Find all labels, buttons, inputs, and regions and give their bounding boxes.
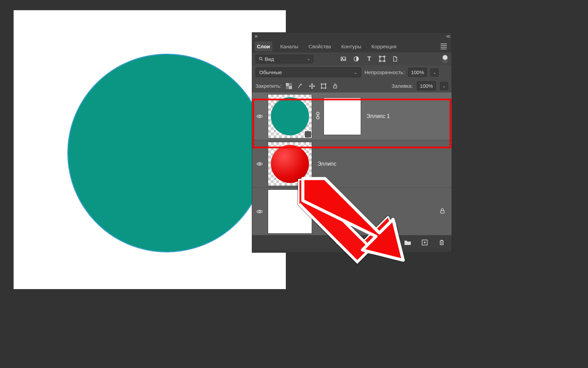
panel-titlebar: ✕ << xyxy=(252,33,452,40)
layer-row-ellipse[interactable]: Эллипс xyxy=(252,140,452,188)
chevron-down-icon: ⌄ xyxy=(354,70,357,75)
chevron-down-icon: ⌄ xyxy=(307,56,310,61)
lock-fill-row: Закрепить: Заливка: 100% ⌄ xyxy=(252,79,452,93)
link-layers-icon[interactable] xyxy=(336,239,343,246)
tab-properties[interactable]: Свойства xyxy=(307,41,333,51)
lock-artboard-icon[interactable] xyxy=(320,83,327,89)
layer-row-ellipse-1[interactable]: Эллипс 1 xyxy=(252,93,452,140)
fill-stepper[interactable]: ⌄ xyxy=(440,82,448,90)
blend-opacity-row: Обычные ⌄ Непрозрачность: 100% ⌄ xyxy=(252,65,452,79)
layers-list: Эллипс 1 Эллипс Фон xyxy=(252,93,452,235)
svg-rect-29 xyxy=(441,211,444,213)
layer-lock-icon[interactable] xyxy=(439,208,445,215)
delete-layer-icon[interactable] xyxy=(438,239,445,246)
layer-name[interactable]: Эллипс 1 xyxy=(366,113,390,119)
blend-mode-dropdown[interactable]: Обычные ⌄ xyxy=(256,67,361,77)
svg-line-1 xyxy=(262,60,263,61)
visibility-toggle[interactable] xyxy=(255,113,264,120)
filter-smartobject-icon[interactable] xyxy=(392,55,398,62)
svg-rect-2 xyxy=(341,57,346,61)
layer-thumbnail[interactable] xyxy=(268,142,312,186)
filter-pixel-icon[interactable] xyxy=(340,55,347,62)
fill-label: Заливка: xyxy=(392,83,413,89)
eye-icon xyxy=(256,113,263,120)
svg-rect-7 xyxy=(384,56,385,57)
svg-point-28 xyxy=(259,211,261,212)
tab-channels[interactable]: Каналы xyxy=(278,41,300,51)
lock-transparent-icon[interactable] xyxy=(285,83,292,89)
new-layer-icon[interactable] xyxy=(421,239,428,246)
filter-adjustment-icon[interactable] xyxy=(353,55,360,62)
svg-point-23 xyxy=(259,115,261,117)
layer-thumbnail[interactable] xyxy=(268,189,312,234)
lock-icons xyxy=(285,83,339,89)
layer-thumbnail[interactable] xyxy=(268,94,312,138)
opacity-stepper[interactable]: ⌄ xyxy=(430,68,439,77)
svg-rect-12 xyxy=(289,86,292,89)
eye-icon xyxy=(256,161,263,167)
link-mask-icon[interactable] xyxy=(315,112,320,121)
visibility-toggle[interactable] xyxy=(255,161,264,167)
svg-point-34 xyxy=(372,241,375,244)
collapse-icon[interactable]: << xyxy=(446,34,450,39)
lock-position-icon[interactable] xyxy=(309,83,315,89)
layer-name[interactable]: Эллипс xyxy=(317,161,336,167)
filter-toggle[interactable] xyxy=(442,54,448,63)
svg-rect-9 xyxy=(384,61,385,62)
svg-rect-8 xyxy=(379,61,380,62)
svg-point-0 xyxy=(259,57,262,60)
filter-icons: T xyxy=(340,55,398,62)
artboard[interactable] xyxy=(14,10,286,289)
visibility-toggle[interactable] xyxy=(255,208,264,215)
canvas-ellipse-shape[interactable] xyxy=(68,54,265,252)
shape-badge-icon xyxy=(305,131,311,137)
new-group-icon[interactable] xyxy=(404,239,411,246)
svg-rect-22 xyxy=(333,86,337,88)
panel-menu-icon[interactable] xyxy=(439,41,449,51)
svg-point-27 xyxy=(259,163,261,165)
add-mask-icon[interactable] xyxy=(370,239,377,246)
layer-name[interactable]: Фон xyxy=(317,208,328,215)
panel-resize-grip[interactable] xyxy=(252,250,452,252)
eye-icon xyxy=(256,208,263,215)
close-icon[interactable]: ✕ xyxy=(254,34,258,39)
layer-style-icon[interactable]: fx▾ xyxy=(353,239,360,246)
svg-rect-13 xyxy=(322,84,326,88)
panel-tabs: Слои Каналы Свойства Контуры Коррекция xyxy=(252,40,452,52)
blend-mode-value: Обычные xyxy=(259,69,282,75)
filter-type-dropdown[interactable]: Вид ⌄ xyxy=(256,55,313,63)
layers-panel: ✕ << Слои Каналы Свойства Контуры Коррек… xyxy=(252,32,452,253)
tab-adjustments[interactable]: Коррекция xyxy=(370,41,399,51)
tab-paths[interactable]: Контуры xyxy=(339,41,363,51)
search-icon xyxy=(259,56,263,61)
lock-image-icon[interactable] xyxy=(297,83,304,89)
panel-bottom-bar: fx▾ ▾ xyxy=(252,235,452,250)
layer-filter-row: Вид ⌄ T xyxy=(252,52,452,65)
svg-rect-11 xyxy=(286,83,289,86)
lock-label: Закрепить: xyxy=(256,83,281,89)
filter-shape-icon[interactable] xyxy=(379,55,386,62)
lock-all-icon[interactable] xyxy=(332,83,339,89)
filter-type-icon[interactable]: T xyxy=(366,55,373,62)
fill-value[interactable]: 100% xyxy=(417,81,436,90)
layer-mask-thumbnail[interactable] xyxy=(324,98,361,135)
svg-rect-6 xyxy=(379,56,380,57)
new-adjustment-layer-icon[interactable]: ▾ xyxy=(387,239,394,246)
opacity-label: Непрозрачность: xyxy=(364,69,405,75)
tab-layers[interactable]: Слои xyxy=(255,41,272,51)
layer-row-background[interactable]: Фон xyxy=(252,188,452,235)
opacity-value[interactable]: 100% xyxy=(408,68,427,77)
filter-type-label: Вид xyxy=(265,56,307,62)
